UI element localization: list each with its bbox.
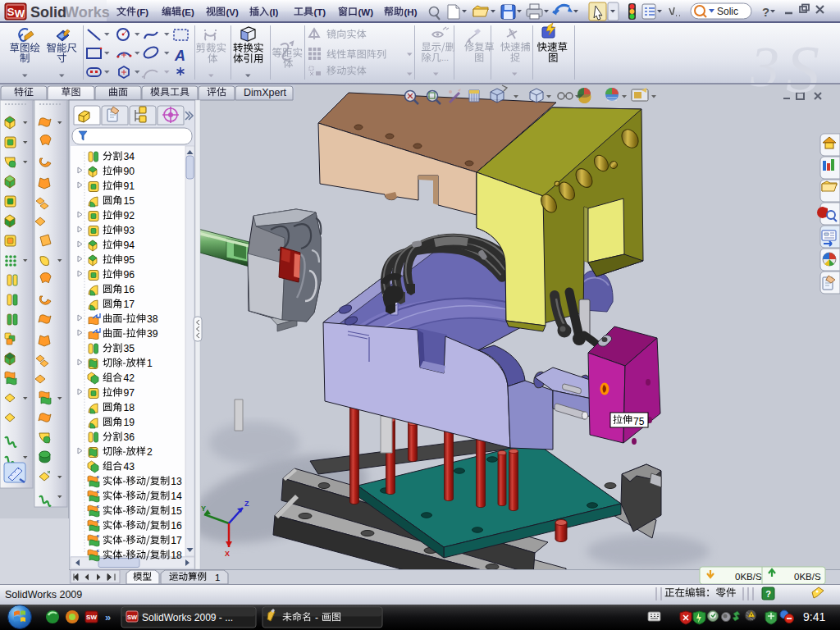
svg-text:39: 39	[147, 328, 158, 340]
svg-text:95: 95	[123, 254, 135, 266]
svg-text:35: 35	[123, 343, 135, 354]
svg-text:»: »	[105, 611, 111, 623]
svg-text:0KB/S: 0KB/S	[735, 572, 762, 582]
svg-text:SW: SW	[86, 614, 97, 621]
svg-text:75: 75	[633, 416, 645, 427]
svg-text:(F): (F)	[137, 7, 149, 17]
svg-text:97: 97	[123, 387, 135, 399]
svg-text:Solid: Solid	[30, 4, 66, 21]
svg-text:?: ?	[762, 5, 769, 19]
svg-text:17: 17	[123, 299, 135, 310]
svg-text:19: 19	[123, 417, 135, 428]
svg-text:9:41: 9:41	[803, 610, 825, 623]
svg-text:92: 92	[123, 210, 135, 221]
svg-text:-: -	[315, 612, 318, 623]
svg-text:90: 90	[123, 166, 135, 177]
svg-text:3: 3	[750, 35, 779, 98]
svg-text:18: 18	[123, 402, 135, 413]
svg-text:18: 18	[171, 550, 182, 561]
svg-text:SW: SW	[127, 614, 138, 621]
svg-text:91: 91	[123, 180, 135, 192]
svg-text:Works: Works	[65, 4, 110, 21]
svg-text:(W): (W)	[358, 7, 374, 17]
svg-text:15: 15	[123, 195, 135, 207]
svg-text:(I): (I)	[270, 7, 279, 17]
svg-text:13: 13	[171, 476, 182, 487]
svg-text:42: 42	[123, 372, 135, 384]
svg-text:94: 94	[123, 240, 135, 251]
svg-text:...: ...	[441, 52, 449, 62]
svg-text:2: 2	[147, 446, 153, 458]
svg-text:(V): (V)	[226, 7, 240, 17]
svg-text:15: 15	[171, 505, 182, 517]
svg-text:34: 34	[123, 151, 135, 162]
svg-text:(H): (H)	[404, 7, 418, 17]
svg-text:Y: Y	[201, 504, 206, 513]
svg-text:(E): (E)	[182, 7, 195, 17]
svg-text:16: 16	[171, 520, 182, 532]
svg-text:(T): (T)	[314, 7, 326, 17]
svg-text:A: A	[174, 48, 185, 64]
svg-text:S: S	[786, 32, 819, 107]
svg-text:SolidWorks 2009 - ...: SolidWorks 2009 - ...	[142, 612, 233, 623]
svg-text:16: 16	[123, 284, 135, 295]
svg-text:17: 17	[171, 535, 182, 546]
svg-text:38: 38	[147, 313, 158, 325]
svg-text:?: ?	[765, 589, 771, 599]
svg-text:Z: Z	[244, 500, 249, 508]
svg-text:0KB/S: 0KB/S	[794, 572, 821, 582]
svg-text:43: 43	[123, 461, 135, 472]
svg-text:S: S	[7, 6, 15, 18]
svg-text:W: W	[15, 7, 25, 20]
svg-text:Solic: Solic	[717, 6, 738, 17]
svg-text:36: 36	[123, 431, 135, 443]
svg-text:14: 14	[171, 491, 182, 502]
svg-text:96: 96	[123, 269, 135, 281]
svg-text:93: 93	[123, 225, 135, 236]
svg-text:1: 1	[215, 573, 220, 582]
svg-text:X: X	[225, 550, 230, 558]
svg-text:DimXpert: DimXpert	[244, 87, 287, 98]
svg-text:1: 1	[147, 358, 153, 369]
svg-text:SolidWorks 2009: SolidWorks 2009	[5, 589, 82, 600]
